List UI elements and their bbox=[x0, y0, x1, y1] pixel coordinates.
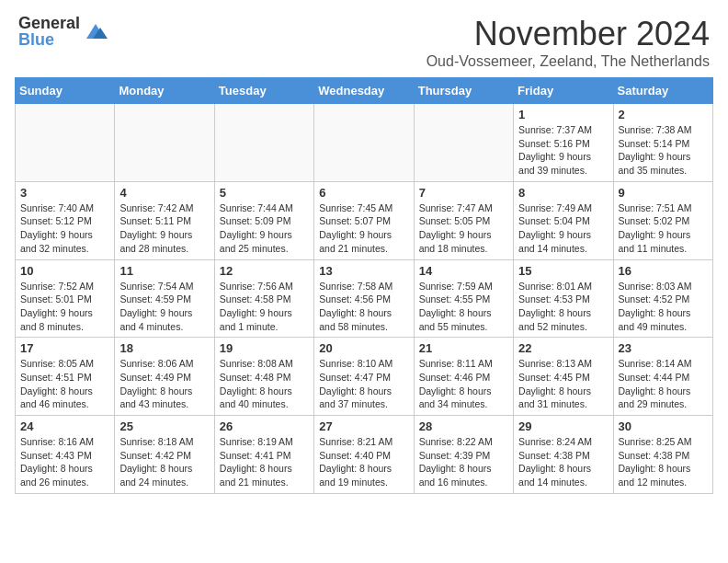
day-number: 24 bbox=[20, 419, 109, 433]
day-number: 2 bbox=[619, 108, 708, 121]
calendar-cell: 8Sunrise: 7:49 AM Sunset: 5:04 PM Daylig… bbox=[514, 181, 613, 259]
calendar-cell: 27Sunrise: 8:21 AM Sunset: 4:40 PM Dayli… bbox=[314, 416, 414, 494]
day-info: Sunrise: 7:49 AM Sunset: 5:04 PM Dayligh… bbox=[518, 201, 608, 256]
day-header-tuesday: Tuesday bbox=[214, 78, 313, 104]
day-number: 9 bbox=[619, 186, 708, 200]
day-number: 8 bbox=[518, 186, 608, 200]
day-number: 13 bbox=[319, 264, 408, 278]
calendar-cell: 7Sunrise: 7:47 AM Sunset: 5:05 PM Daylig… bbox=[414, 181, 513, 259]
calendar-cell: 25Sunrise: 8:18 AM Sunset: 4:42 PM Dayli… bbox=[115, 416, 214, 494]
day-number: 21 bbox=[419, 341, 508, 355]
day-info: Sunrise: 7:42 AM Sunset: 5:11 PM Dayligh… bbox=[119, 201, 209, 256]
day-header-wednesday: Wednesday bbox=[314, 78, 414, 104]
calendar-cell: 22Sunrise: 8:13 AM Sunset: 4:45 PM Dayli… bbox=[514, 338, 613, 416]
day-header-friday: Friday bbox=[514, 78, 613, 104]
day-header-thursday: Thursday bbox=[414, 78, 513, 104]
day-number: 26 bbox=[220, 419, 309, 433]
day-number: 23 bbox=[619, 341, 708, 355]
day-number: 28 bbox=[419, 419, 508, 433]
day-info: Sunrise: 8:18 AM Sunset: 4:42 PM Dayligh… bbox=[119, 435, 209, 489]
calendar-week-0: 1Sunrise: 7:37 AM Sunset: 5:16 PM Daylig… bbox=[16, 104, 713, 182]
day-info: Sunrise: 7:40 AM Sunset: 5:12 PM Dayligh… bbox=[20, 201, 109, 256]
day-info: Sunrise: 8:11 AM Sunset: 4:46 PM Dayligh… bbox=[419, 357, 508, 411]
day-header-saturday: Saturday bbox=[613, 78, 712, 104]
day-info: Sunrise: 8:16 AM Sunset: 4:43 PM Dayligh… bbox=[20, 435, 109, 489]
day-number: 5 bbox=[220, 186, 309, 200]
month-title: November 2024 bbox=[109, 15, 710, 53]
day-info: Sunrise: 7:37 AM Sunset: 5:16 PM Dayligh… bbox=[518, 123, 608, 178]
calendar-cell: 24Sunrise: 8:16 AM Sunset: 4:43 PM Dayli… bbox=[16, 416, 115, 494]
day-info: Sunrise: 8:13 AM Sunset: 4:45 PM Dayligh… bbox=[518, 357, 608, 411]
day-number: 22 bbox=[518, 341, 608, 355]
day-info: Sunrise: 7:44 AM Sunset: 5:09 PM Dayligh… bbox=[220, 201, 309, 256]
calendar-cell: 26Sunrise: 8:19 AM Sunset: 4:41 PM Dayli… bbox=[214, 416, 313, 494]
calendar-cell bbox=[214, 104, 313, 182]
day-number: 4 bbox=[119, 186, 209, 200]
day-info: Sunrise: 7:45 AM Sunset: 5:07 PM Dayligh… bbox=[319, 201, 408, 256]
title-area: November 2024 Oud-Vossemeer, Zeeland, Th… bbox=[109, 15, 710, 70]
day-info: Sunrise: 7:54 AM Sunset: 4:59 PM Dayligh… bbox=[119, 280, 209, 334]
calendar-header-row: SundayMondayTuesdayWednesdayThursdayFrid… bbox=[16, 78, 713, 104]
day-info: Sunrise: 8:19 AM Sunset: 4:41 PM Dayligh… bbox=[220, 435, 309, 489]
calendar-cell: 23Sunrise: 8:14 AM Sunset: 4:44 PM Dayli… bbox=[613, 338, 712, 416]
calendar-cell: 11Sunrise: 7:54 AM Sunset: 4:59 PM Dayli… bbox=[115, 259, 214, 338]
day-header-sunday: Sunday bbox=[16, 78, 115, 104]
day-info: Sunrise: 7:52 AM Sunset: 5:01 PM Dayligh… bbox=[20, 280, 109, 334]
calendar-week-1: 3Sunrise: 7:40 AM Sunset: 5:12 PM Daylig… bbox=[16, 181, 713, 259]
calendar-cell: 6Sunrise: 7:45 AM Sunset: 5:07 PM Daylig… bbox=[314, 181, 414, 259]
day-number: 11 bbox=[119, 264, 209, 278]
day-info: Sunrise: 7:58 AM Sunset: 4:56 PM Dayligh… bbox=[319, 280, 408, 334]
calendar-cell bbox=[115, 104, 214, 182]
logo: General Blue bbox=[18, 15, 109, 48]
calendar-table: SundayMondayTuesdayWednesdayThursdayFrid… bbox=[15, 77, 713, 494]
logo-blue-text: Blue bbox=[18, 31, 80, 48]
calendar-cell: 21Sunrise: 8:11 AM Sunset: 4:46 PM Dayli… bbox=[414, 338, 513, 416]
day-info: Sunrise: 8:10 AM Sunset: 4:47 PM Dayligh… bbox=[319, 357, 408, 411]
day-number: 30 bbox=[619, 419, 708, 433]
calendar-cell: 12Sunrise: 7:56 AM Sunset: 4:58 PM Dayli… bbox=[214, 259, 313, 338]
calendar-cell: 30Sunrise: 8:25 AM Sunset: 4:38 PM Dayli… bbox=[613, 416, 712, 494]
calendar-cell: 28Sunrise: 8:22 AM Sunset: 4:39 PM Dayli… bbox=[414, 416, 513, 494]
calendar-cell: 3Sunrise: 7:40 AM Sunset: 5:12 PM Daylig… bbox=[16, 181, 115, 259]
day-number: 17 bbox=[20, 341, 109, 355]
calendar-week-4: 24Sunrise: 8:16 AM Sunset: 4:43 PM Dayli… bbox=[16, 416, 713, 494]
day-number: 10 bbox=[20, 264, 109, 278]
calendar-cell: 19Sunrise: 8:08 AM Sunset: 4:48 PM Dayli… bbox=[214, 338, 313, 416]
day-number: 16 bbox=[619, 264, 708, 278]
day-header-monday: Monday bbox=[115, 78, 214, 104]
day-info: Sunrise: 8:22 AM Sunset: 4:39 PM Dayligh… bbox=[419, 435, 508, 489]
day-info: Sunrise: 8:14 AM Sunset: 4:44 PM Dayligh… bbox=[619, 357, 708, 411]
page-header: General Blue November 2024 Oud-Vossemeer… bbox=[0, 0, 728, 77]
day-number: 27 bbox=[319, 419, 408, 433]
day-info: Sunrise: 7:38 AM Sunset: 5:14 PM Dayligh… bbox=[619, 123, 708, 178]
day-number: 7 bbox=[419, 186, 508, 200]
day-info: Sunrise: 7:47 AM Sunset: 5:05 PM Dayligh… bbox=[419, 201, 508, 256]
day-info: Sunrise: 7:59 AM Sunset: 4:55 PM Dayligh… bbox=[419, 280, 508, 334]
calendar-cell bbox=[16, 104, 115, 182]
calendar-cell: 10Sunrise: 7:52 AM Sunset: 5:01 PM Dayli… bbox=[16, 259, 115, 338]
calendar-cell: 2Sunrise: 7:38 AM Sunset: 5:14 PM Daylig… bbox=[613, 104, 712, 182]
day-info: Sunrise: 8:01 AM Sunset: 4:53 PM Dayligh… bbox=[518, 280, 608, 334]
calendar-cell: 29Sunrise: 8:24 AM Sunset: 4:38 PM Dayli… bbox=[514, 416, 613, 494]
day-number: 25 bbox=[119, 419, 209, 433]
day-number: 18 bbox=[119, 341, 209, 355]
day-number: 14 bbox=[419, 264, 508, 278]
calendar-week-3: 17Sunrise: 8:05 AM Sunset: 4:51 PM Dayli… bbox=[16, 338, 713, 416]
day-number: 15 bbox=[518, 264, 608, 278]
day-number: 3 bbox=[20, 186, 109, 200]
calendar-cell: 17Sunrise: 8:05 AM Sunset: 4:51 PM Dayli… bbox=[16, 338, 115, 416]
day-info: Sunrise: 8:24 AM Sunset: 4:38 PM Dayligh… bbox=[518, 435, 608, 489]
calendar-cell: 13Sunrise: 7:58 AM Sunset: 4:56 PM Dayli… bbox=[314, 259, 414, 338]
calendar-cell bbox=[314, 104, 414, 182]
calendar-cell: 16Sunrise: 8:03 AM Sunset: 4:52 PM Dayli… bbox=[613, 259, 712, 338]
calendar-wrapper: SundayMondayTuesdayWednesdayThursdayFrid… bbox=[0, 77, 728, 501]
day-number: 29 bbox=[518, 419, 608, 433]
calendar-cell: 4Sunrise: 7:42 AM Sunset: 5:11 PM Daylig… bbox=[115, 181, 214, 259]
day-info: Sunrise: 8:05 AM Sunset: 4:51 PM Dayligh… bbox=[20, 357, 109, 411]
day-number: 12 bbox=[220, 264, 309, 278]
day-info: Sunrise: 8:25 AM Sunset: 4:38 PM Dayligh… bbox=[619, 435, 708, 489]
calendar-cell bbox=[414, 104, 513, 182]
calendar-cell: 18Sunrise: 8:06 AM Sunset: 4:49 PM Dayli… bbox=[115, 338, 214, 416]
day-info: Sunrise: 8:08 AM Sunset: 4:48 PM Dayligh… bbox=[220, 357, 309, 411]
calendar-cell: 14Sunrise: 7:59 AM Sunset: 4:55 PM Dayli… bbox=[414, 259, 513, 338]
